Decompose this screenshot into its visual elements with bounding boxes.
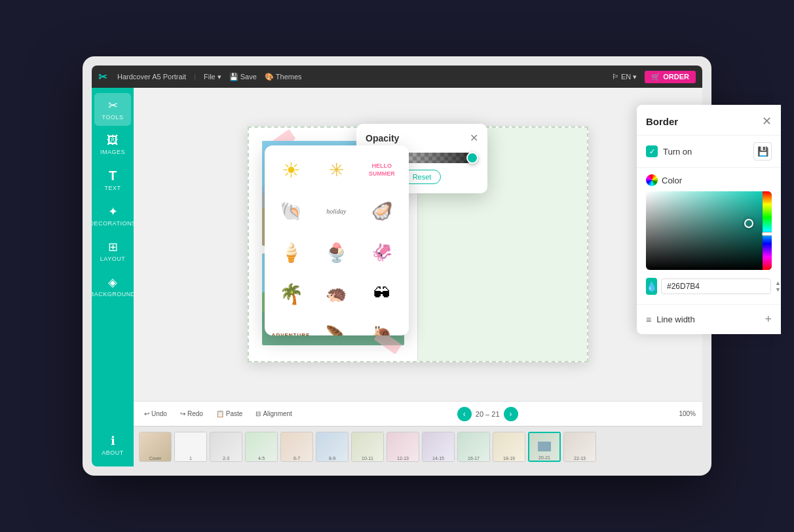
sticker-hedgehog[interactable]: 🦔 [316, 276, 356, 312]
sticker-shell1[interactable]: 🐚 [271, 193, 311, 229]
opacity-title: Opacity [366, 133, 399, 143]
thumb-1[interactable]: 1 [174, 432, 207, 462]
alignment-label: Alignment [263, 410, 292, 417]
bottom-bar: ↩ Undo ↪ Redo 📋 Paste ⊟ Alignment [134, 401, 702, 426]
thumb-label-2-3: 2-3 [210, 456, 242, 461]
thumb-label-16-17: 16-17 [458, 456, 489, 461]
stickers-popup[interactable]: ☀ ✳ HELLOSUMMER 🐚 holiday 🦪 [265, 145, 409, 335]
sticker-shell2[interactable]: 🦪 [362, 193, 402, 229]
sidebar-item-images[interactable]: 🖼 IMAGES [94, 128, 131, 161]
sticker-snail[interactable]: 🐌 [362, 317, 402, 335]
file-chevron: ▾ [217, 73, 221, 81]
lang-chevron: ▾ [633, 73, 637, 81]
thumb-12-13[interactable]: 12-13 [387, 432, 419, 462]
color-section-header: Color [646, 174, 702, 186]
prev-page-btn[interactable]: ‹ [457, 407, 472, 421]
sticker-hello-summer[interactable]: HELLOSUMMER [362, 152, 402, 188]
sticker-palmtree[interactable]: 🌴 [271, 276, 311, 312]
undo-icon: ↩ [144, 410, 149, 417]
redo-label: Redo [187, 410, 203, 417]
sidebar-item-about[interactable]: ℹ ABOUT [94, 428, 131, 461]
redo-icon: ↪ [180, 410, 185, 417]
sticker-sun-outline[interactable]: ✳ [316, 152, 356, 188]
border-panel-header: Border ✕ [637, 105, 702, 136]
undo-btn[interactable]: ↩ Undo [140, 408, 171, 419]
next-page-btn[interactable]: › [504, 407, 518, 421]
line-width-label: Line width [656, 314, 702, 324]
paste-btn[interactable]: 📋 Paste [212, 408, 247, 419]
redo-btn[interactable]: ↪ Redo [176, 408, 207, 419]
thumb-20-21[interactable]: 20-21 [528, 432, 561, 462]
sidebar-item-background[interactable]: ◈ BACKGROUND [94, 270, 131, 303]
sticker-icecream1[interactable]: 🍦 [271, 235, 311, 271]
color-picker[interactable] [646, 191, 702, 270]
thumbnail-strip: Cover 1 2-3 4-5 [134, 426, 702, 466]
thumb-label-12-13: 12-13 [387, 456, 419, 461]
thumb-10-11[interactable]: 10-11 [351, 432, 384, 462]
thumb-14-15[interactable]: 14-15 [422, 432, 455, 462]
thumb-label-18-19: 18-19 [493, 456, 525, 461]
tools-label: TOOLS [102, 114, 124, 121]
thumb-22-23[interactable]: 22-13 [563, 432, 596, 462]
file-menu-btn[interactable]: File ▾ [204, 73, 221, 81]
sticker-feather[interactable]: 🪶 [316, 317, 356, 335]
canvas-content: Opacity ✕ Reset ☀ [134, 88, 702, 401]
save-btn[interactable]: 💾 Save [229, 73, 257, 81]
laptop-shell: ✂ Hardcover A5 Portrait | File ▾ 💾 Save … [83, 56, 711, 476]
thumb-label-22-23: 22-13 [564, 456, 596, 461]
turn-on-label: Turn on [663, 147, 702, 157]
color-section-title: Color [662, 176, 702, 185]
order-btn[interactable]: 🛒 ORDER [645, 71, 696, 83]
thumb-16-17[interactable]: 16-17 [457, 432, 490, 462]
sidebar-item-tools[interactable]: ✂ TOOLS [94, 93, 131, 126]
thumb-2-3[interactable]: 2-3 [210, 432, 242, 462]
thumb-6-7[interactable]: 6-7 [280, 432, 313, 462]
opacity-close-btn[interactable]: ✕ [470, 133, 478, 143]
sticker-shell3[interactable]: 🦑 [362, 235, 402, 271]
sidebar-item-layout[interactable]: ⊞ LAYOUT [94, 235, 131, 267]
thumb-label-6-7: 6-7 [281, 456, 312, 461]
thumb-label-1: 1 [175, 456, 206, 461]
layout-icon: ⊞ [108, 240, 118, 254]
tools-icon: ✂ [108, 98, 118, 113]
sidebar-item-decorations[interactable]: ✦ DECORATIONS [94, 199, 131, 232]
turn-on-checkbox[interactable]: ✓ [646, 145, 658, 157]
eyedropper-icon: 💧 [646, 281, 657, 292]
stickers-grid: ☀ ✳ HELLOSUMMER 🐚 holiday 🦪 [271, 152, 402, 335]
color-hex-row: 💧 ▲ ▼ [646, 275, 702, 297]
sidebar-item-text[interactable]: T TEXT [94, 163, 131, 197]
themes-btn[interactable]: 🎨 Themes [265, 73, 302, 81]
app-logo: ✂ [98, 71, 107, 83]
sticker-sunglasses[interactable]: 🕶 [362, 276, 402, 312]
lang-selector[interactable]: 🏳 EN ▾ [612, 73, 637, 81]
holiday-text: holiday [326, 208, 346, 215]
thumb-8-9[interactable]: 8-9 [316, 432, 349, 462]
order-label: ORDER [663, 73, 689, 81]
thumb-4-5[interactable]: 4-5 [245, 432, 278, 462]
images-label: IMAGES [100, 149, 125, 155]
sticker-holiday[interactable]: holiday [316, 193, 356, 229]
save-label: Save [240, 73, 257, 81]
save-icon: 💾 [229, 73, 238, 81]
cart-icon: 🛒 [651, 73, 660, 81]
eyedropper-btn[interactable]: 💧 [646, 278, 657, 295]
thumb-label-4-5: 4-5 [246, 456, 277, 461]
file-label: File [204, 73, 216, 81]
hex-input[interactable] [661, 278, 702, 294]
opacity-thumb[interactable] [466, 152, 478, 164]
images-icon: 🖼 [107, 134, 119, 147]
thumb-label-8-9: 8-9 [316, 456, 348, 461]
sticker-adventure[interactable]: ADVENTURE [271, 317, 311, 335]
sticker-sun-solid[interactable]: ☀ [271, 152, 311, 188]
sticker-icecream2[interactable]: 🍨 [316, 235, 356, 271]
background-icon: ◈ [108, 275, 117, 290]
color-globe-icon [646, 174, 658, 186]
thumb-18-19[interactable]: 18-19 [493, 432, 525, 462]
about-label: ABOUT [102, 449, 124, 456]
separator: | [194, 73, 196, 81]
thumb-label-10-11: 10-11 [352, 456, 383, 461]
thumb-cover[interactable]: Cover [139, 432, 172, 462]
document-title: Hardcover A5 Portrait [117, 73, 186, 81]
line-width-icon: ≡ [646, 314, 651, 325]
alignment-btn[interactable]: ⊟ Alignment [252, 408, 295, 419]
